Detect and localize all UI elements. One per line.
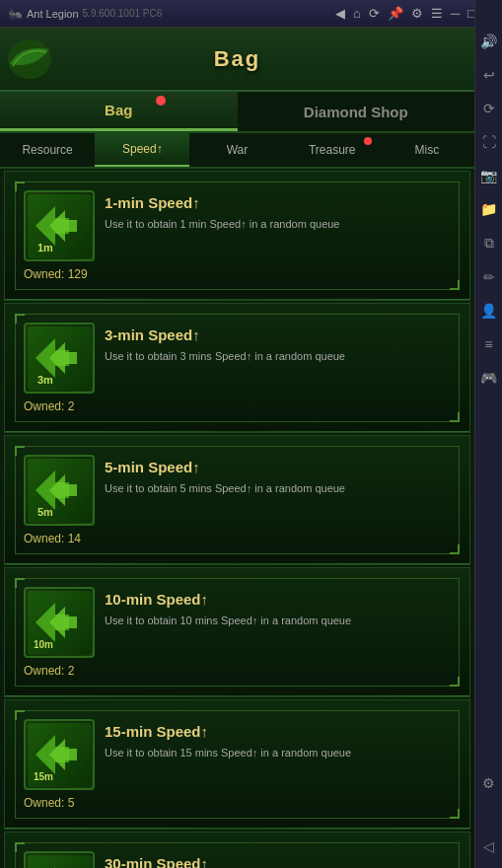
tab-treasure[interactable]: Treasure (285, 133, 380, 167)
main-tab-row: Bag Diamond Shop (0, 92, 474, 133)
tab-misc[interactable]: Misc (380, 133, 474, 167)
svg-text:15m: 15m (34, 771, 53, 782)
item-icon-30m: 30m (24, 851, 95, 868)
item-desc-5m: Use it to obtain 5 mins Speed↑ in a rand… (105, 481, 451, 496)
item-name-15m: 15-min Speed↑ (105, 723, 451, 740)
app-icon: 🐜 (8, 7, 23, 21)
item-icon-3m: 3m (24, 323, 95, 394)
right-sidebar: 🔊 ↩ ⟳ ⛶ 📷 📁 ⧉ ✏ 👤 ≡ 🎮 ⚙ ◁ (474, 0, 502, 868)
item-name-10m: 10-min Speed↑ (105, 591, 451, 608)
sidebar-settings-bottom-icon[interactable]: ⚙ (478, 771, 499, 795)
sidebar-volume-icon[interactable]: 🔊 (476, 30, 501, 53)
svg-rect-21 (28, 855, 92, 869)
tab-bag-dot (156, 96, 166, 106)
settings-icon[interactable]: ⚙ (411, 6, 423, 21)
app-name: Ant Legion (27, 8, 79, 20)
sidebar-arrow-left-icon[interactable]: ◁ (479, 834, 498, 858)
page-title: Bag (214, 46, 261, 72)
item-icon-15m: 15m (24, 719, 95, 790)
tab-speed[interactable]: Speed↑ (95, 133, 189, 167)
sub-tab-row: Resource Speed↑ War Treasure Misc (0, 133, 474, 169)
sidebar-stack-icon[interactable]: ≡ (480, 332, 496, 356)
top-bar: 🐜 Ant Legion 5.9.600.1001 PC6 ◀ ⌂ ⟳ 📌 ⚙ … (0, 0, 502, 28)
item-icon-10m: 10m (24, 587, 95, 658)
sidebar-screenshot-icon[interactable]: 📷 (476, 164, 501, 187)
tab-bag[interactable]: Bag (0, 92, 238, 131)
svg-text:10m: 10m (34, 639, 53, 650)
item-name-1m: 1-min Speed↑ (105, 194, 451, 211)
list-item[interactable]: 30m 30-min Speed↑ Use it to obtain 30 mi… (4, 832, 470, 868)
main-content: Bag Bag Diamond Shop Resource Speed↑ War… (0, 28, 474, 868)
menu-icon[interactable]: ☰ (431, 6, 443, 21)
sidebar-folder-icon[interactable]: 📁 (476, 197, 501, 221)
svg-text:1m: 1m (37, 242, 53, 253)
sidebar-fullscreen-icon[interactable]: ⛶ (478, 130, 500, 154)
page-header: Bag (0, 28, 474, 92)
sidebar-gamepad-icon[interactable]: 🎮 (476, 366, 501, 390)
item-desc-15m: Use it to obtain 15 mins Speed↑ in a ran… (105, 746, 451, 760)
list-item[interactable]: 10m 10-min Speed↑ Use it to obtain 10 mi… (4, 567, 470, 697)
tab-treasure-dot (364, 137, 372, 145)
item-owned-10m: Owned: 2 (24, 664, 451, 678)
item-desc-1m: Use it to obtain 1 min Speed↑ in a rando… (105, 217, 451, 232)
header-decoration (5, 35, 54, 84)
item-list[interactable]: 1m 1-min Speed↑ Use it to obtain 1 min S… (0, 169, 474, 868)
sidebar-refresh-icon[interactable]: ⟳ (479, 97, 499, 120)
item-icon-1m: 1m (24, 190, 95, 261)
item-icon-5m: 5m (24, 455, 95, 526)
svg-text:5m: 5m (37, 506, 53, 518)
svg-text:3m: 3m (37, 374, 53, 386)
item-name-30m: 30-min Speed↑ (105, 855, 451, 868)
item-owned-5m: Owned: 14 (24, 532, 451, 545)
home-icon[interactable]: ⌂ (353, 6, 361, 21)
sidebar-user-icon[interactable]: 👤 (476, 299, 501, 323)
tab-resource[interactable]: Resource (0, 133, 95, 167)
minimize-icon[interactable]: ─ (451, 6, 460, 21)
sidebar-layers-icon[interactable]: ⧉ (480, 231, 498, 255)
tab-diamond-shop[interactable]: Diamond Shop (238, 92, 475, 131)
item-desc-3m: Use it to obtain 3 mins Speed↑ in a rand… (105, 349, 451, 364)
list-item[interactable]: 5m 5-min Speed↑ Use it to obtain 5 mins … (4, 435, 470, 565)
list-item[interactable]: 15m 15-min Speed↑ Use it to obtain 15 mi… (4, 699, 470, 830)
sidebar-back-icon[interactable]: ↩ (479, 63, 499, 87)
item-owned-15m: Owned: 5 (24, 796, 451, 810)
pin-icon[interactable]: 📌 (388, 6, 403, 21)
item-owned-3m: Owned: 2 (24, 399, 451, 413)
item-owned-1m: Owned: 129 (24, 267, 451, 281)
list-item[interactable]: 3m 3-min Speed↑ Use it to obtain 3 mins … (4, 303, 470, 433)
list-item[interactable]: 1m 1-min Speed↑ Use it to obtain 1 min S… (4, 171, 470, 301)
item-name-5m: 5-min Speed↑ (105, 459, 451, 475)
tab-war[interactable]: War (189, 133, 284, 167)
window-controls: ◀ ⌂ ⟳ 📌 ⚙ ☰ ─ □ ✕ (335, 6, 494, 21)
item-name-3m: 3-min Speed↑ (105, 326, 451, 343)
app-version: 5.9.600.1001 PC6 (83, 8, 163, 19)
sidebar-edit-icon[interactable]: ✏ (479, 265, 499, 289)
back-icon[interactable]: ◀ (335, 6, 345, 21)
refresh-icon[interactable]: ⟳ (369, 6, 380, 21)
item-desc-10m: Use it to obtain 10 mins Speed↑ in a ran… (105, 614, 451, 628)
